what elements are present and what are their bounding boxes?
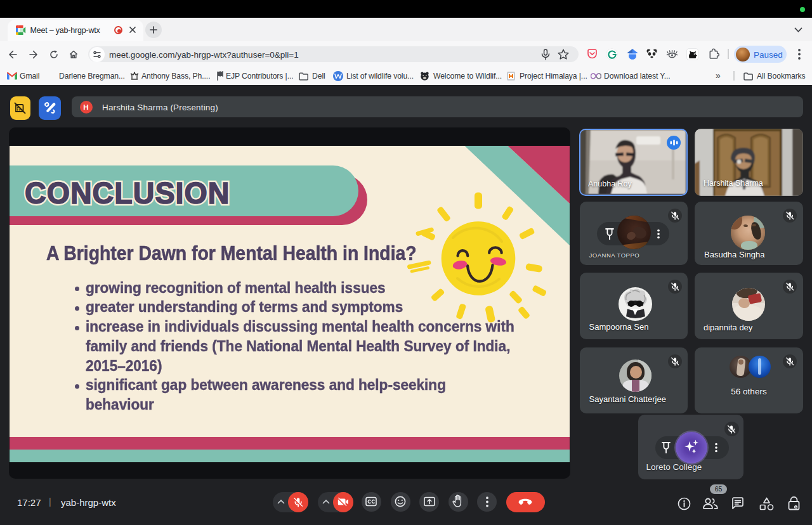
svg-text:CONCLUSION: CONCLUSION (25, 176, 230, 210)
